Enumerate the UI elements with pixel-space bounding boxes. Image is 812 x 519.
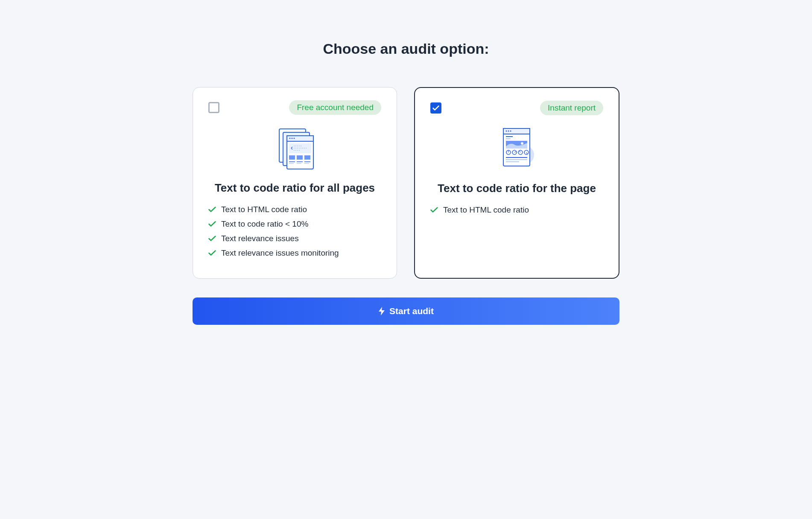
card-header: Instant report xyxy=(430,101,603,115)
audit-options: Free account needed xyxy=(193,87,619,279)
svg-rect-23 xyxy=(503,128,530,134)
feature-label: Text to HTML code ratio xyxy=(443,205,529,215)
svg-rect-8 xyxy=(289,143,311,153)
check-icon xyxy=(208,207,216,213)
page-title: Choose an audit option: xyxy=(193,41,619,57)
feature-item: Text to HTML code ratio xyxy=(208,205,381,214)
svg-point-7 xyxy=(293,138,295,139)
svg-point-6 xyxy=(291,138,292,139)
card-title: Text to code ratio for all pages xyxy=(208,181,381,195)
svg-rect-13 xyxy=(297,155,303,160)
checkbox-unchecked-icon[interactable] xyxy=(208,102,219,113)
button-label: Start audit xyxy=(389,306,434,316)
card-title: Text to code ratio for the page xyxy=(430,182,603,195)
svg-point-25 xyxy=(508,131,509,132)
feature-label: Text relevance issues monitoring xyxy=(221,248,339,258)
svg-point-24 xyxy=(505,131,507,132)
check-icon xyxy=(208,250,216,256)
feature-item: Text to HTML code ratio xyxy=(430,205,603,215)
svg-point-5 xyxy=(289,138,290,139)
feature-list: Text to HTML code ratio Text to code rat… xyxy=(208,205,381,258)
feature-item: Text relevance issues monitoring xyxy=(208,248,381,258)
checkbox-checked-icon[interactable] xyxy=(430,102,441,114)
card-header: Free account needed xyxy=(208,100,381,115)
option-single-page[interactable]: Instant report xyxy=(414,87,619,279)
start-audit-button[interactable]: Start audit xyxy=(193,297,619,325)
multi-page-illustration xyxy=(208,122,381,174)
svg-point-30 xyxy=(521,142,523,145)
badge-instant-report: Instant report xyxy=(540,101,603,115)
feature-list: Text to HTML code ratio xyxy=(430,205,603,215)
svg-rect-4 xyxy=(287,136,313,141)
check-icon xyxy=(208,236,216,242)
check-icon xyxy=(430,207,438,213)
feature-label: Text to HTML code ratio xyxy=(221,205,307,214)
feature-item: Text relevance issues xyxy=(208,234,381,243)
svg-point-26 xyxy=(510,131,511,132)
svg-rect-14 xyxy=(304,155,310,160)
option-all-pages[interactable]: Free account needed xyxy=(193,87,397,279)
check-icon xyxy=(208,221,216,227)
svg-rect-12 xyxy=(289,155,295,160)
badge-free-account: Free account needed xyxy=(289,100,381,115)
single-page-illustration xyxy=(430,123,603,174)
feature-label: Text to code ratio < 10% xyxy=(221,219,308,229)
feature-label: Text relevance issues xyxy=(221,234,299,243)
lightning-icon xyxy=(378,307,385,315)
feature-item: Text to code ratio < 10% xyxy=(208,219,381,229)
